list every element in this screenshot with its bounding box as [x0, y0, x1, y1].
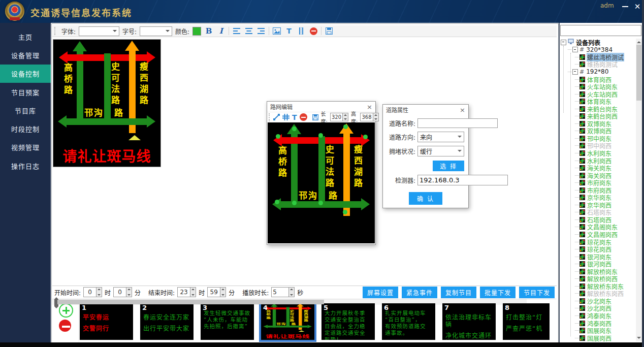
- tree-expander[interactable]: [572, 69, 578, 75]
- edit-handle-dot[interactable]: [276, 134, 280, 139]
- playlist-item-5[interactable]: 大力开展秋冬季交通安全整治百日会战，全力稳定道路交通安全形势！5: [321, 303, 375, 340]
- playlist-item-text: 发生轻微交通事故“人未伤，车能动先拍照，后撤离”: [201, 303, 254, 330]
- size-select[interactable]: [140, 26, 172, 36]
- schedule-action-button-4[interactable]: 批量下发: [480, 287, 516, 298]
- edit-handle-dot[interactable]: [343, 210, 347, 214]
- confirm-button[interactable]: 确 认: [409, 192, 442, 205]
- sidebar-item-7[interactable]: 视频管理: [0, 138, 51, 156]
- close-icon[interactable]: ×: [367, 104, 372, 110]
- crossroad-icon[interactable]: [282, 113, 289, 121]
- save-icon[interactable]: [325, 27, 334, 36]
- road-network-icon[interactable]: [297, 27, 306, 36]
- minimize-icon[interactable]: [621, 2, 630, 11]
- align-left-icon[interactable]: [232, 27, 241, 36]
- playlist-item-text: 打击整治“灯严查严惩“机: [503, 303, 550, 332]
- edit-handle-dot[interactable]: [318, 133, 323, 138]
- save-icon[interactable]: [312, 113, 318, 121]
- sidebar-item-8[interactable]: 操作日志: [0, 156, 51, 175]
- start-minute-stepper[interactable]: 0: [113, 287, 132, 297]
- preview-message: 请礼让斑马线: [261, 333, 314, 339]
- traffic-signal-icon: [579, 91, 585, 97]
- playlist-item-6[interactable]: 扎实开展电动车“百日整治”，有效预防道路交通事故。6: [382, 303, 435, 340]
- tree-expander[interactable]: [572, 47, 578, 52]
- close-icon[interactable]: ✕: [633, 2, 642, 11]
- text-tool-icon[interactable]: T: [284, 27, 294, 36]
- traffic-signal-icon: [579, 106, 585, 112]
- delete-icon[interactable]: [300, 113, 307, 121]
- duration-stepper[interactable]: 5: [271, 287, 295, 297]
- height-stepper[interactable]: 368: [360, 113, 378, 121]
- edit-handle-dot[interactable]: [343, 124, 348, 129]
- end-minute-stepper[interactable]: 59: [207, 287, 226, 297]
- preview-message: 请礼让斑马线: [53, 145, 160, 166]
- edit-handle-dot[interactable]: [318, 201, 323, 205]
- display-preview[interactable]: 高桥路史可法路瘦西湖路邗沟路请礼让斑马线: [53, 39, 161, 167]
- schedule-action-button-3[interactable]: 复制节目: [441, 287, 476, 298]
- congestion-select[interactable]: 缓行: [417, 146, 464, 156]
- playlist-item-number: 4: [263, 304, 268, 311]
- device-tree-item[interactable]: 维扬岗测试: [587, 60, 618, 69]
- schedule-action-button-1[interactable]: 屏幕设置: [363, 287, 398, 298]
- road-direction-label: 道路方向:: [383, 133, 415, 141]
- bold-icon[interactable]: B: [204, 27, 213, 36]
- playlist-item-text: 春运安全连万家出行平安带大家: [140, 303, 194, 332]
- road-segment: [263, 325, 267, 328]
- tree-root-label[interactable]: 设备列表: [575, 39, 601, 47]
- end-time-label: 结束时间:: [148, 288, 175, 297]
- detector-field[interactable]: [417, 175, 508, 185]
- device-search-input[interactable]: [560, 25, 641, 36]
- edit-handle-dot[interactable]: [292, 127, 297, 131]
- font-select[interactable]: [79, 26, 119, 36]
- sidebar-item-3[interactable]: 设备控制: [0, 65, 51, 83]
- tree-expander[interactable]: [561, 40, 566, 45]
- select-button[interactable]: 选 择: [433, 161, 464, 171]
- text-tool-icon[interactable]: T: [292, 113, 297, 121]
- sidebar-item-4[interactable]: 节目预案: [0, 83, 51, 101]
- draw-line-icon[interactable]: [273, 113, 280, 121]
- playlist-item-8[interactable]: 打击整治“灯严查严惩“机8: [503, 303, 550, 340]
- road-segment: [307, 325, 311, 328]
- playlist-item-1[interactable]: 平安春运交警同行1: [80, 303, 133, 340]
- edit-handle-dot[interactable]: [363, 135, 368, 139]
- sidebar-item-6[interactable]: 时段控制: [0, 119, 51, 138]
- seconds-unit: 秒: [297, 288, 303, 297]
- playlist-item-7[interactable]: 依法治理非标车辆净化城市交通环境7: [442, 303, 496, 340]
- image-icon[interactable]: [272, 27, 281, 36]
- sidebar: 主页设备管理设备控制节目预案节目库时段控制视频管理操作日志: [0, 23, 51, 343]
- road-network-editor-dialog: 路网编辑 × T 长度: 320 高度: 368 高: [267, 101, 376, 245]
- delete-icon[interactable]: [309, 27, 318, 36]
- toolbar-grip: [54, 27, 57, 35]
- end-hour-stepper[interactable]: 23: [177, 287, 196, 297]
- add-program-button[interactable]: [59, 303, 73, 318]
- close-icon[interactable]: ×: [460, 107, 465, 113]
- start-hour-stepper[interactable]: 0: [83, 287, 102, 297]
- dialog-titlebar[interactable]: 道路属性 ×: [383, 105, 468, 115]
- device-tree-item[interactable]: 国展岗西: [587, 334, 612, 341]
- road-name-field[interactable]: [417, 118, 498, 128]
- traffic-signal-icon: [579, 136, 585, 141]
- device-tree-scrollbar[interactable]: [636, 39, 642, 341]
- edit-handle-dot[interactable]: [275, 200, 279, 204]
- playlist-item-4[interactable]: 高桥路史可法路瘦西湖路邗沟路请礼让斑马线4: [261, 303, 314, 340]
- edit-handle-dot[interactable]: [292, 201, 297, 205]
- sidebar-item-2[interactable]: 设备管理: [0, 46, 51, 64]
- length-stepper[interactable]: 320: [330, 113, 348, 121]
- playlist-item-3[interactable]: 发生轻微交通事故“人未伤，车能动先拍照，后撤离”3: [201, 303, 254, 340]
- traffic-signal-icon: [579, 128, 585, 134]
- road-segment: [125, 41, 139, 51]
- tree-group-label[interactable]: 320*384: [586, 46, 613, 53]
- playlist-item-2[interactable]: 春运安全连万家出行平安带大家2: [140, 303, 194, 340]
- remove-program-button[interactable]: [59, 320, 71, 332]
- color-swatch[interactable]: [192, 27, 201, 36]
- align-right-icon[interactable]: [256, 27, 266, 36]
- road-direction-select[interactable]: 来向: [417, 132, 464, 142]
- sidebar-item-1[interactable]: 主页: [0, 27, 51, 46]
- schedule-action-button-5[interactable]: 节目下发: [519, 287, 555, 298]
- road-label-bottom_road_left: 邗沟: [299, 188, 318, 201]
- road-network-canvas[interactable]: 高桥路史可法路瘦西湖路邗沟路: [268, 122, 375, 243]
- tree-group-label[interactable]: 192*80: [586, 68, 609, 75]
- sidebar-item-5[interactable]: 节目库: [0, 101, 51, 119]
- align-center-icon[interactable]: [244, 27, 253, 36]
- schedule-action-button-2[interactable]: 紧急事件: [402, 287, 437, 298]
- italic-icon[interactable]: I: [216, 27, 226, 36]
